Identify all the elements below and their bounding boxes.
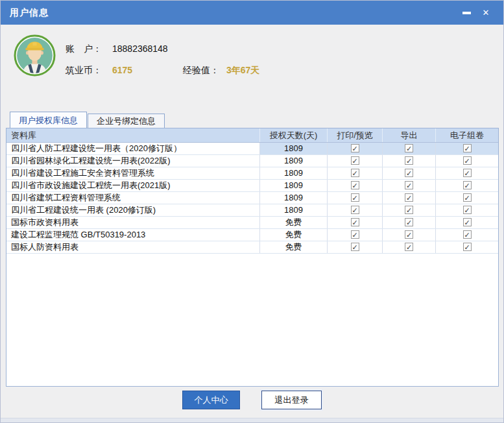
table-row[interactable]: 国标市政资料用表免费✓✓✓	[6, 217, 498, 229]
export-checkbox[interactable]: ✓	[405, 181, 413, 189]
archive-checkbox-cell: ✓	[435, 192, 498, 204]
export-checkbox-cell: ✓	[382, 229, 435, 241]
row-auth-days: 免费	[259, 229, 327, 241]
close-button[interactable]: ✕	[476, 1, 496, 25]
export-checkbox-cell: ✓	[382, 155, 435, 167]
table-row[interactable]: 四川省园林绿化工程建设统一用表(2022版)1809✓✓✓	[6, 155, 498, 167]
tab-user-auth-library[interactable]: 用户授权库信息	[10, 112, 87, 128]
row-auth-days: 1809	[259, 180, 327, 191]
row-library-name: 四川省市政设施建设工程统一用表(2021版)	[6, 180, 259, 191]
print-checkbox[interactable]: ✓	[351, 230, 359, 239]
header-auth-days: 授权天数(天)	[259, 128, 327, 142]
archive-checkbox-cell: ✓	[435, 180, 498, 191]
print-checkbox-cell: ✓	[327, 192, 382, 204]
window-bottom-edge	[1, 418, 503, 422]
row-auth-days: 免费	[259, 241, 327, 253]
worker-avatar-icon	[14, 34, 56, 77]
table-header: 资料库 授权天数(天) 打印/预览 导出 电子组卷	[6, 128, 498, 143]
row-auth-days: 1809	[259, 143, 327, 154]
table-row[interactable]: 四川省人防工程建设统一用表（2020修订版）1809✓✓✓	[6, 143, 498, 155]
print-checkbox[interactable]: ✓	[351, 243, 359, 251]
archive-checkbox[interactable]: ✓	[463, 169, 472, 177]
table-row[interactable]: 四川省建筑工程资料管理系统1809✓✓✓	[6, 192, 498, 204]
export-checkbox[interactable]: ✓	[405, 230, 413, 239]
avatar	[14, 34, 56, 77]
row-auth-days: 1809	[259, 192, 327, 204]
header-print: 打印/预览	[327, 128, 382, 142]
row-library-name: 四川省园林绿化工程建设统一用表(2022版)	[6, 155, 259, 167]
archive-checkbox-cell: ✓	[435, 155, 498, 167]
export-checkbox-cell: ✓	[382, 180, 435, 191]
archive-checkbox[interactable]: ✓	[463, 230, 472, 239]
archive-checkbox[interactable]: ✓	[463, 206, 472, 214]
export-checkbox-cell: ✓	[382, 143, 435, 154]
print-checkbox[interactable]: ✓	[351, 156, 359, 165]
export-checkbox[interactable]: ✓	[405, 169, 413, 177]
table-row[interactable]: 四川省建设工程施工安全资料管理系统1809✓✓✓	[6, 167, 498, 180]
print-checkbox[interactable]: ✓	[351, 181, 359, 189]
account-value: 18882368148	[112, 43, 168, 54]
coin-value: 6175	[112, 65, 132, 75]
logout-button[interactable]: 退出登录	[261, 391, 322, 409]
print-checkbox-cell: ✓	[327, 155, 382, 167]
header-archive: 电子组卷	[435, 128, 498, 142]
export-checkbox-cell: ✓	[382, 241, 435, 253]
print-checkbox-cell: ✓	[327, 229, 382, 241]
print-checkbox-cell: ✓	[327, 143, 382, 154]
archive-checkbox[interactable]: ✓	[463, 144, 472, 152]
table-row[interactable]: 国标人防资料用表免费✓✓✓	[6, 241, 498, 254]
print-checkbox[interactable]: ✓	[351, 169, 359, 177]
export-checkbox[interactable]: ✓	[405, 218, 413, 226]
print-checkbox[interactable]: ✓	[351, 206, 359, 214]
row-library-name: 四川省人防工程建设统一用表（2020修订版）	[6, 143, 259, 154]
row-library-name: 建设工程监理规范 GB/T50319-2013	[6, 229, 259, 241]
export-checkbox[interactable]: ✓	[405, 206, 413, 214]
print-checkbox[interactable]: ✓	[351, 218, 359, 226]
export-checkbox[interactable]: ✓	[405, 144, 413, 152]
export-checkbox[interactable]: ✓	[405, 193, 413, 202]
print-checkbox[interactable]: ✓	[351, 193, 359, 202]
row-auth-days: 1809	[259, 167, 327, 179]
experience-label: 经验值：	[183, 65, 219, 77]
table-row[interactable]: 四川省工程建设统一用表 (2020修订版)1809✓✓✓	[6, 204, 498, 217]
archive-checkbox-cell: ✓	[435, 229, 498, 241]
account-label: 账 户：	[66, 43, 102, 55]
header-library: 资料库	[6, 128, 259, 142]
export-checkbox-cell: ✓	[382, 204, 435, 216]
archive-checkbox-cell: ✓	[435, 217, 498, 228]
titlebar: 用户信息 ✕	[1, 1, 503, 25]
row-auth-days: 免费	[259, 217, 327, 228]
print-checkbox[interactable]: ✓	[351, 144, 359, 152]
archive-checkbox[interactable]: ✓	[463, 181, 472, 189]
print-checkbox-cell: ✓	[327, 204, 382, 216]
print-checkbox-cell: ✓	[327, 217, 382, 228]
archive-checkbox[interactable]: ✓	[463, 193, 472, 202]
library-panel: 资料库 授权天数(天) 打印/预览 导出 电子组卷 四川省人防工程建设统一用表（…	[6, 128, 499, 387]
row-auth-days: 1809	[259, 155, 327, 167]
archive-checkbox-cell: ✓	[435, 204, 498, 216]
row-library-name: 国标市政资料用表	[6, 217, 259, 228]
print-checkbox-cell: ✓	[327, 167, 382, 179]
print-checkbox-cell: ✓	[327, 241, 382, 253]
export-checkbox-cell: ✓	[382, 217, 435, 228]
row-library-name: 国标人防资料用表	[6, 241, 259, 253]
window-title: 用户信息	[10, 1, 49, 25]
table-row[interactable]: 建设工程监理规范 GB/T50319-2013免费✓✓✓	[6, 229, 498, 241]
archive-checkbox[interactable]: ✓	[463, 156, 472, 165]
table-row[interactable]: 四川省市政设施建设工程统一用表(2021版)1809✓✓✓	[6, 180, 498, 192]
export-checkbox[interactable]: ✓	[405, 243, 413, 251]
personal-center-button[interactable]: 个人中心	[182, 391, 240, 409]
archive-checkbox[interactable]: ✓	[463, 218, 472, 226]
export-checkbox[interactable]: ✓	[405, 156, 413, 165]
export-checkbox-cell: ✓	[382, 192, 435, 204]
row-library-name: 四川省建设工程施工安全资料管理系统	[6, 167, 259, 179]
library-table-body: 四川省人防工程建设统一用表（2020修订版）1809✓✓✓四川省园林绿化工程建设…	[6, 143, 498, 254]
archive-checkbox-cell: ✓	[435, 167, 498, 179]
archive-checkbox[interactable]: ✓	[463, 243, 472, 251]
archive-checkbox-cell: ✓	[435, 241, 498, 253]
minimize-icon	[462, 12, 471, 14]
minimize-button[interactable]	[457, 1, 476, 25]
user-info-window: 用户信息 ✕	[0, 0, 504, 423]
tab-enterprise-binding[interactable]: 企业号绑定信息	[88, 114, 165, 128]
print-checkbox-cell: ✓	[327, 180, 382, 191]
